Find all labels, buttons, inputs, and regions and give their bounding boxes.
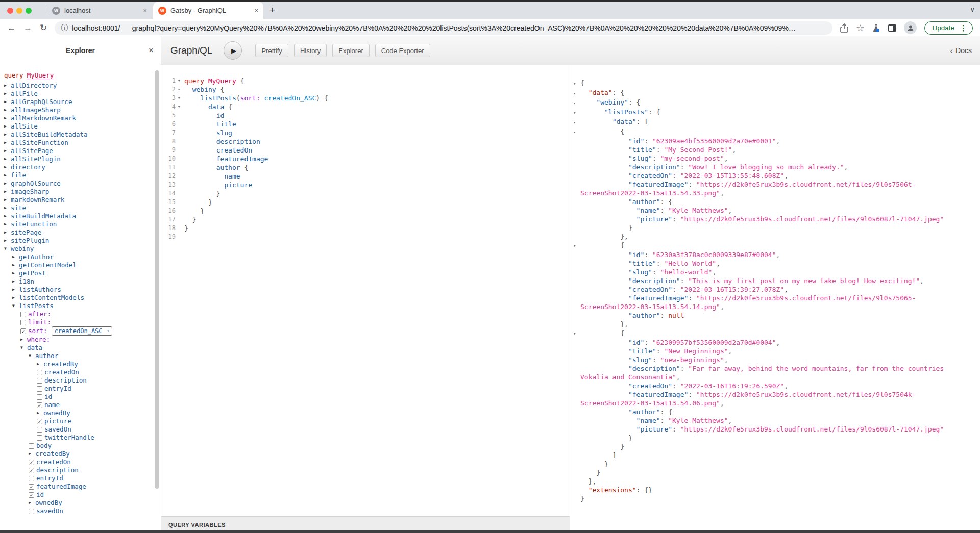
prettify-button[interactable]: Prettify bbox=[255, 44, 288, 57]
triangle-expanded-icon[interactable]: ▼ bbox=[12, 302, 19, 310]
tab-gatsby-graphiql[interactable]: w Gatsby - GraphiQL × bbox=[153, 2, 263, 19]
page-info-icon[interactable]: ⓘ bbox=[61, 23, 68, 33]
triangle-collapsed-icon[interactable]: ▶ bbox=[29, 450, 35, 458]
fold-icon[interactable]: ▾ bbox=[573, 328, 580, 338]
explorer-row-entryId[interactable]: entryId bbox=[0, 385, 161, 393]
sidebar-scrollbar[interactable] bbox=[155, 70, 159, 489]
explorer-row-allDirectory[interactable]: ▶allDirectory bbox=[0, 82, 161, 90]
explorer-row-markdownRemark[interactable]: ▶markdownRemark bbox=[0, 196, 161, 204]
query-editor[interactable]: 1▾query MyQuery {2▾ webiny {3▾ listPosts… bbox=[161, 65, 570, 516]
explorer-row-savedOn[interactable]: savedOn bbox=[0, 507, 161, 515]
editor-line[interactable]: 17 } bbox=[161, 215, 570, 224]
fold-icon[interactable]: ▾ bbox=[573, 88, 580, 98]
triangle-collapsed-icon[interactable]: ▶ bbox=[4, 188, 11, 196]
minimize-window-button[interactable] bbox=[16, 8, 22, 14]
triangle-collapsed-icon[interactable]: ▶ bbox=[4, 147, 11, 155]
history-button[interactable]: History bbox=[294, 44, 327, 57]
triangle-collapsed-icon[interactable]: ▶ bbox=[37, 360, 43, 368]
explorer-row-ownedBy[interactable]: ▶ownedBy bbox=[0, 499, 161, 507]
triangle-collapsed-icon[interactable]: ▶ bbox=[4, 229, 11, 237]
triangle-collapsed-icon[interactable]: ▶ bbox=[4, 98, 11, 106]
triangle-collapsed-icon[interactable]: ▶ bbox=[12, 269, 19, 277]
triangle-collapsed-icon[interactable]: ▶ bbox=[12, 253, 19, 261]
triangle-collapsed-icon[interactable]: ▶ bbox=[4, 114, 11, 122]
checkbox-unchecked[interactable] bbox=[37, 370, 42, 375]
editor-line[interactable]: 3▾ listPosts(sort: createdOn_ASC) { bbox=[161, 94, 570, 103]
triangle-collapsed-icon[interactable]: ▶ bbox=[12, 286, 19, 294]
explorer-row-createdBy[interactable]: ▶createdBy bbox=[0, 360, 161, 368]
editor-line[interactable]: 16 } bbox=[161, 207, 570, 215]
fold-icon[interactable]: ▾ bbox=[573, 117, 580, 127]
explorer-row-allSiteFunction[interactable]: ▶allSiteFunction bbox=[0, 139, 161, 147]
checkbox-unchecked[interactable] bbox=[29, 443, 34, 449]
triangle-collapsed-icon[interactable]: ▶ bbox=[4, 139, 11, 147]
explorer-row-sitePlugin[interactable]: ▶sitePlugin bbox=[0, 237, 161, 245]
checkbox-checked[interactable]: ✓ bbox=[29, 492, 34, 498]
triangle-collapsed-icon[interactable]: ▶ bbox=[29, 499, 35, 507]
triangle-collapsed-icon[interactable]: ▶ bbox=[12, 261, 19, 269]
fold-icon[interactable]: ▾ bbox=[573, 127, 580, 137]
explorer-row-createdOn[interactable]: ✓createdOn bbox=[0, 458, 161, 466]
explorer-row-getAuthor[interactable]: ▶getAuthor bbox=[0, 253, 161, 261]
explorer-row-data[interactable]: ▼data bbox=[0, 344, 161, 352]
explorer-close-icon[interactable]: × bbox=[149, 45, 154, 56]
checkbox-checked[interactable]: ✓ bbox=[37, 419, 42, 424]
explorer-row-listPosts[interactable]: ▼listPosts bbox=[0, 302, 161, 310]
url-bar[interactable]: ⓘ localhost:8001/___graphql?query=query%… bbox=[55, 21, 832, 35]
triangle-collapsed-icon[interactable]: ▶ bbox=[4, 212, 11, 220]
editor-line[interactable]: 14 } bbox=[161, 189, 570, 198]
explorer-row-picture[interactable]: ✓picture bbox=[0, 417, 161, 425]
explorer-row-allSitePlugin[interactable]: ▶allSitePlugin bbox=[0, 155, 161, 163]
explorer-row-after[interactable]: after: bbox=[0, 310, 161, 318]
checkbox-checked[interactable]: ✓ bbox=[20, 328, 26, 334]
maximize-window-button[interactable] bbox=[26, 8, 32, 14]
triangle-collapsed-icon[interactable]: ▶ bbox=[12, 277, 19, 286]
bookmark-star-icon[interactable]: ☆ bbox=[856, 22, 864, 34]
editor-line[interactable]: 5 id bbox=[161, 111, 570, 120]
checkbox-unchecked[interactable] bbox=[37, 386, 42, 392]
explorer-row-featuredImage[interactable]: ✓featuredImage bbox=[0, 483, 161, 491]
browser-menu-icon[interactable]: ⋮ bbox=[960, 23, 967, 33]
new-tab-button[interactable]: + bbox=[270, 5, 275, 16]
triangle-expanded-icon[interactable]: ▼ bbox=[4, 245, 11, 253]
editor-line[interactable]: 10 featuredImage bbox=[161, 155, 570, 163]
editor-line[interactable]: 8 description bbox=[161, 137, 570, 146]
explorer-row-body[interactable]: body bbox=[0, 442, 161, 450]
explorer-row-sitePage[interactable]: ▶sitePage bbox=[0, 229, 161, 237]
explorer-row-id[interactable]: id bbox=[0, 393, 161, 401]
fold-icon[interactable]: ▾ bbox=[178, 94, 184, 103]
explorer-row-listAuthors[interactable]: ▶listAuthors bbox=[0, 286, 161, 294]
checkbox-checked[interactable]: ✓ bbox=[29, 468, 34, 473]
explorer-row-allMarkdownRemark[interactable]: ▶allMarkdownRemark bbox=[0, 114, 161, 122]
tab-close-icon[interactable]: × bbox=[254, 7, 258, 14]
triangle-collapsed-icon[interactable]: ▶ bbox=[4, 196, 11, 204]
triangle-collapsed-icon[interactable]: ▶ bbox=[12, 294, 19, 302]
explorer-row-name[interactable]: ✓name bbox=[0, 401, 161, 409]
triangle-collapsed-icon[interactable]: ▶ bbox=[4, 122, 11, 131]
explorer-row-allSitePage[interactable]: ▶allSitePage bbox=[0, 147, 161, 155]
checkbox-unchecked[interactable] bbox=[20, 320, 26, 325]
forward-icon[interactable]: → bbox=[23, 23, 32, 32]
explorer-row-i18n[interactable]: ▶i18n bbox=[0, 277, 161, 286]
query-name[interactable]: MyQuery bbox=[27, 71, 54, 80]
fold-icon[interactable]: ▾ bbox=[178, 85, 184, 94]
explorer-row-author[interactable]: ▼author bbox=[0, 352, 161, 360]
fold-icon[interactable]: ▾ bbox=[573, 98, 580, 108]
explorer-row-webiny[interactable]: ▼webiny bbox=[0, 245, 161, 253]
explorer-row-allFile[interactable]: ▶allFile bbox=[0, 90, 161, 98]
tab-close-icon[interactable]: × bbox=[143, 7, 147, 14]
close-window-button[interactable] bbox=[7, 8, 13, 14]
explorer-row-entryId[interactable]: entryId bbox=[0, 474, 161, 483]
explorer-row-getContentModel[interactable]: ▶getContentModel bbox=[0, 261, 161, 269]
editor-line[interactable]: 15 } bbox=[161, 198, 570, 207]
checkbox-unchecked[interactable] bbox=[37, 378, 42, 384]
update-button[interactable]: Update ⋮ bbox=[924, 21, 973, 35]
editor-line[interactable]: 7 slug bbox=[161, 129, 570, 137]
editor-line[interactable]: 13 picture bbox=[161, 181, 570, 189]
checkbox-unchecked[interactable] bbox=[29, 509, 34, 514]
triangle-collapsed-icon[interactable]: ▶ bbox=[20, 336, 27, 344]
sort-select[interactable]: createdOn_ASC▾ bbox=[52, 326, 113, 336]
explorer-row-twitterHandle[interactable]: twitterHandle bbox=[0, 434, 161, 442]
triangle-collapsed-icon[interactable]: ▶ bbox=[4, 82, 11, 90]
explorer-row-where[interactable]: ▶where: bbox=[0, 336, 161, 344]
